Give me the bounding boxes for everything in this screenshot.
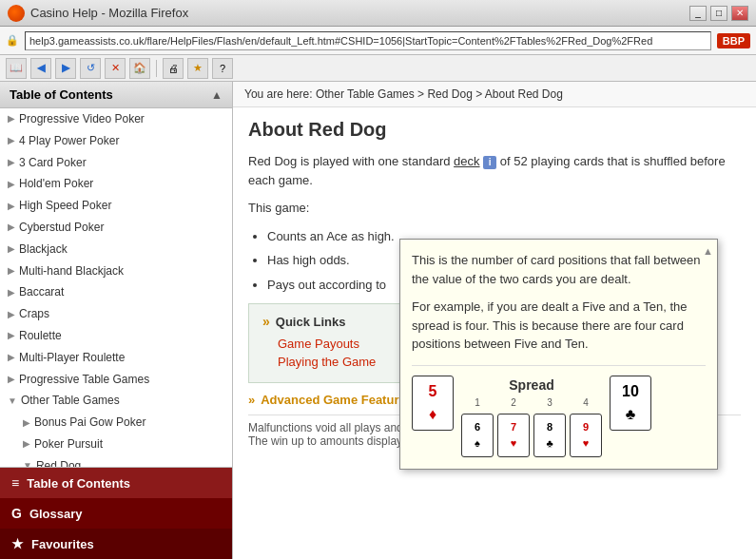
sidebar-item-label: Hold'em Poker — [19, 176, 93, 192]
minimize-button[interactable]: _ — [689, 6, 707, 21]
deck-link[interactable]: deck — [454, 154, 479, 168]
folder-icon: ▶ — [8, 351, 15, 364]
game-payouts-link[interactable]: Game Payouts — [278, 337, 359, 351]
sidebar-item-multiplayer-roulette[interactable]: ▶ Multi-Player Roulette — [0, 347, 232, 369]
title-bar-controls[interactable]: _ □ ✕ — [689, 6, 748, 21]
toolbar-refresh[interactable]: ↺ — [80, 58, 101, 79]
sidebar-item-label: Cyberstud Poker — [19, 220, 104, 236]
maximize-button[interactable]: □ — [710, 6, 727, 21]
glossary-icon: G — [11, 506, 22, 521]
sidebar-item-label: Poker Pursuit — [34, 436, 103, 453]
sidebar-header: Table of Contents ▲ — [0, 82, 232, 108]
toolbar-back[interactable]: ◀ — [30, 58, 51, 79]
main-container: Table of Contents ▲ ▶ Progressive Video … — [0, 82, 756, 559]
sidebar-item-label: Roulette — [19, 328, 62, 344]
sidebar-item-label: Multi-hand Blackjack — [19, 263, 124, 280]
folder-icon: ▶ — [8, 373, 15, 386]
sidebar-item-other-table[interactable]: ▼ Other Table Games — [0, 390, 232, 412]
close-button[interactable]: ✕ — [731, 6, 748, 21]
folder-icon: ▶ — [23, 437, 30, 451]
sidebar-item-roulette[interactable]: ▶ Roulette — [0, 325, 232, 347]
intro-paragraph: Red Dog is played with one standard deck… — [248, 152, 741, 189]
tooltip-scroll: ▲ — [703, 243, 713, 260]
folder-icon: ▶ — [8, 156, 15, 169]
spread-section: Spread 1 6♠ 2 7♥ 3 8♣ — [461, 376, 602, 457]
toolbar-forward[interactable]: ▶ — [55, 58, 76, 79]
sidebar-item-3card-poker[interactable]: ▶ 3 Card Poker — [0, 152, 232, 174]
sidebar-item-holdem-poker[interactable]: ▶ Hold'em Poker — [0, 173, 232, 195]
sidebar-item-4play-power-poker[interactable]: ▶ 4 Play Power Poker — [0, 130, 232, 152]
title-bar: Casino Help - Mozilla Firefox _ □ ✕ — [0, 0, 756, 27]
spread-label: Spread — [509, 376, 553, 395]
address-bar: 🔒 BBP — [0, 27, 756, 55]
card-spread: 5 ♦ Spread 1 6♠ 2 7♥ — [412, 365, 706, 457]
deck-info-icon[interactable]: i — [483, 156, 496, 169]
folder-icon: ▶ — [8, 134, 15, 147]
page-title: About Red Dog — [248, 119, 741, 141]
sidebar-item-highspeed-poker[interactable]: ▶ High Speed Poker — [0, 195, 232, 217]
this-game-label: This game: — [248, 199, 741, 218]
sidebar-item-label: Baccarat — [19, 284, 64, 300]
toolbar-print[interactable]: 🖨 — [163, 58, 184, 79]
intro-text-1: Red Dog is played with one standard — [248, 154, 450, 168]
sidebar-item-label: High Speed Poker — [19, 198, 111, 214]
go-button[interactable]: BBP — [717, 33, 750, 48]
sidebar-item-red-dog[interactable]: ▼ Red Dog — [0, 455, 232, 467]
title-text: Casino Help - Mozilla Firefox — [30, 6, 188, 20]
sidebar-item-label: Bonus Pai Gow Poker — [34, 414, 145, 431]
content-area: You are here: Other Table Games > Red Do… — [233, 82, 756, 559]
folder-icon: ▶ — [8, 264, 15, 278]
folder-icon: ▶ — [8, 242, 15, 256]
breadcrumb: You are here: Other Table Games > Red Do… — [233, 82, 756, 107]
toc-button[interactable]: ≡ Table of Contents — [0, 468, 232, 498]
glossary-button[interactable]: G Glossary — [0, 498, 232, 529]
folder-icon: ▶ — [8, 308, 15, 321]
sidebar-item-bonus-paigow[interactable]: ▶ Bonus Pai Gow Poker — [0, 412, 232, 434]
sidebar-item-blackjack[interactable]: ▶ Blackjack — [0, 239, 232, 260]
folder-icon: ▶ — [8, 200, 15, 213]
adv-features-label: Advanced Game Features — [261, 393, 413, 407]
sidebar-item-craps[interactable]: ▶ Craps — [0, 303, 232, 325]
quick-links-label: Quick Links — [276, 315, 346, 329]
toolbar-star[interactable]: ★ — [187, 58, 208, 79]
folder-icon: ▶ — [8, 178, 15, 191]
sidebar-item-progressive-table[interactable]: ▶ Progressive Table Games — [0, 369, 232, 391]
folder-icon: ▶ — [8, 221, 15, 234]
sidebar: Table of Contents ▲ ▶ Progressive Video … — [0, 82, 233, 559]
small-cards-row: 1 6♠ 2 7♥ 3 8♣ 4 9♥ — [461, 395, 602, 457]
toolbar-home[interactable]: 🏠 — [129, 58, 150, 79]
card-num-3: 3 — [547, 395, 552, 410]
sidebar-item-label: 4 Play Power Poker — [19, 133, 119, 149]
sidebar-item-multihand-blackjack[interactable]: ▶ Multi-hand Blackjack — [0, 260, 232, 282]
sidebar-item-poker-pursuit[interactable]: ▶ Poker Pursuit — [0, 434, 232, 455]
card-five-diamonds: 5 ♦ — [412, 376, 454, 431]
sidebar-item-baccarat[interactable]: ▶ Baccarat — [0, 281, 232, 303]
tooltip-para-2: For example, if you are dealt a Five and… — [412, 298, 706, 354]
bottom-nav: ≡ Table of Contents G Glossary ★ Favouri… — [0, 467, 232, 559]
toc-label: Table of Contents — [27, 476, 130, 491]
sidebar-title: Table of Contents — [10, 87, 113, 102]
card-nine-hearts: 9♥ — [570, 414, 602, 457]
tooltip-popup: ▲ This is the number of card positions t… — [399, 239, 718, 470]
sidebar-item-prog-video-poker[interactable]: ▶ Progressive Video Poker — [0, 108, 232, 130]
sidebar-scroll-up[interactable]: ▲ — [211, 88, 223, 102]
address-input[interactable] — [25, 31, 711, 50]
sidebar-item-cyberstud[interactable]: ▶ Cyberstud Poker — [0, 217, 232, 239]
card-num-2: 2 — [511, 395, 516, 410]
favourites-button[interactable]: ★ Favourites — [0, 529, 232, 559]
card-seven-hearts: 7♥ — [497, 414, 530, 457]
card-num-1: 1 — [475, 395, 480, 410]
folder-icon: ▶ — [23, 416, 30, 430]
toolbar-stop[interactable]: ✕ — [105, 58, 126, 79]
tooltip-para-1: This is the number of card positions tha… — [412, 251, 706, 288]
playing-game-link[interactable]: Playing the Game — [278, 355, 376, 369]
sidebar-item-label: Craps — [19, 306, 49, 322]
sidebar-item-label: Progressive Video Poker — [19, 111, 145, 127]
favourites-label: Favourites — [31, 537, 94, 551]
toolbar: 📖 ◀ ▶ ↺ ✕ 🏠 🖨 ★ ? — [0, 55, 756, 82]
firefox-icon — [8, 5, 25, 22]
address-label: 🔒 — [6, 34, 19, 47]
sidebar-item-label: Progressive Table Games — [19, 372, 149, 388]
toolbar-book[interactable]: 📖 — [6, 58, 27, 79]
toolbar-help[interactable]: ? — [212, 58, 233, 79]
